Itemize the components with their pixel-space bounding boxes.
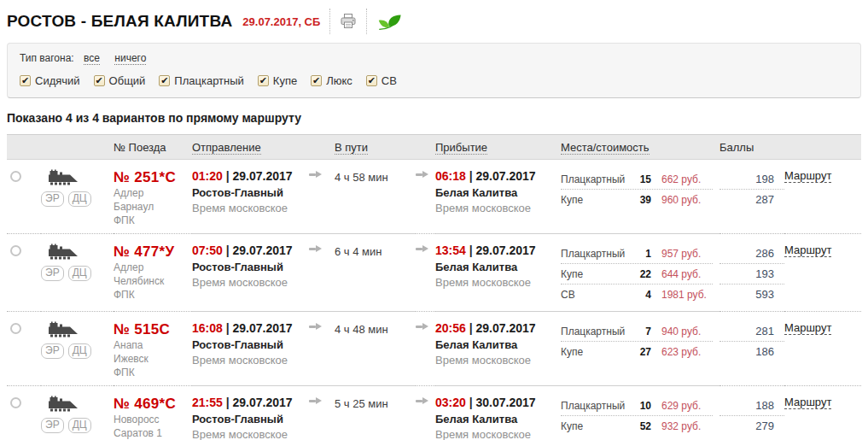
arrow-right-icon <box>416 323 428 331</box>
seat-class-row: Плацкартный 15 662 руб. <box>561 169 713 190</box>
car-type-label: СВ <box>382 74 397 87</box>
train-select-radio[interactable] <box>10 245 21 256</box>
route-origin: Анапа <box>114 338 192 352</box>
seats-list: Плацкартный 7 940 руб. Купе 27 623 руб. <box>561 321 713 362</box>
car-type-filter[interactable]: Купе <box>258 74 297 87</box>
carrier-name: ФПК <box>114 366 192 379</box>
arrival-station: Белая Калитва <box>435 413 561 425</box>
seat-count: 7 <box>626 326 651 337</box>
car-type-filters: Сидячий Общий Плацкартный Купе Люкс СВ <box>20 74 848 87</box>
car-type-filter[interactable]: Люкс <box>311 74 352 87</box>
arrival-station: Белая Калитва <box>435 186 561 199</box>
seat-price: 662 руб. <box>651 173 713 185</box>
arrival-time: 06:18 <box>435 169 476 183</box>
route-origin: Адлер <box>114 261 192 274</box>
carrier-name: ФПК <box>114 288 192 302</box>
select-none-link[interactable]: ничего <box>114 52 146 65</box>
car-type-filter[interactable]: Общий <box>94 74 146 87</box>
car-type-filter[interactable]: Плацкартный <box>159 74 244 87</box>
seat-count: 1 <box>626 248 651 260</box>
column-points: Баллы <box>719 141 754 154</box>
arrival-date: 29.07.2017 <box>476 169 536 183</box>
route-origin: Новоросс <box>114 413 192 426</box>
car-type-label: Сидячий <box>35 74 80 87</box>
select-all-link[interactable]: все <box>84 52 100 65</box>
route-origin: Адлер <box>114 186 192 200</box>
arrival-timezone-note: Время московское <box>435 354 561 367</box>
travel-date-label: 29.07.2017, СБ <box>242 15 320 28</box>
departure-timezone-note: Время московское <box>192 202 309 214</box>
points-value: 186 <box>719 342 784 362</box>
seat-price: 629 руб. <box>651 400 713 412</box>
departure-date: 29.07.2017 <box>233 243 293 257</box>
er-badge: ЭР <box>41 266 64 281</box>
print-button[interactable] <box>340 13 357 30</box>
seats-list: Плацкартный 10 629 руб. Купе 52 932 руб. <box>561 396 713 437</box>
dc-badge: ДЦ <box>68 418 91 433</box>
seat-class-label: СВ <box>561 289 626 301</box>
car-type-filter[interactable]: Сидячий <box>20 74 80 87</box>
route-details-link[interactable]: Маршрут <box>784 396 831 409</box>
points-value: 198 <box>719 169 784 190</box>
departure-time: 21:55 <box>192 396 233 409</box>
points-value: 593 <box>719 285 784 305</box>
divider <box>329 9 330 34</box>
seat-class-row: Купе 52 932 руб. <box>561 416 713 437</box>
arrival-time: 03:20 <box>435 396 476 409</box>
car-type-label: Люкс <box>326 74 352 87</box>
train-select-radio[interactable] <box>10 397 21 408</box>
column-train-number: № Поезда <box>114 141 166 154</box>
search-results-page: РОСТОВ - БЕЛАЯ КАЛИТВА 29.07.2017, СБ <box>0 0 868 440</box>
checkbox-icon[interactable] <box>366 75 377 86</box>
checkbox-icon[interactable] <box>311 75 322 86</box>
seat-class-row: Купе 22 644 руб. <box>561 264 713 285</box>
checkbox-icon[interactable] <box>159 75 170 86</box>
departure-timezone-note: Время московское <box>192 354 309 367</box>
route-details-link[interactable]: Маршрут <box>784 243 831 257</box>
car-type-label: Плацкартный <box>174 74 244 87</box>
column-arrival[interactable]: Прибытие <box>435 141 487 155</box>
seat-class-label: Купе <box>561 420 626 432</box>
divider <box>366 9 367 34</box>
arrival-date: 30.07.2017 <box>476 396 536 409</box>
seat-price: 623 руб. <box>651 346 713 358</box>
dc-badge: ДЦ <box>68 343 91 359</box>
seat-count: 4 <box>626 289 651 301</box>
points-list: 198 287 <box>719 169 784 210</box>
seat-count: 15 <box>626 173 651 185</box>
er-badge: ЭР <box>41 191 64 207</box>
train-row: ЭР ДЦ № 477*У Адлер Челябинск ФПК 07:502… <box>7 233 861 311</box>
car-type-filter[interactable]: СВ <box>366 74 397 87</box>
points-value: 287 <box>719 190 784 210</box>
checkbox-icon[interactable] <box>94 75 105 86</box>
seat-price: 932 руб. <box>651 420 713 432</box>
train-number: № 469*С <box>114 396 192 413</box>
train-icon <box>46 169 80 186</box>
arrival-time: 20:56 <box>435 321 476 335</box>
seats-list: Плацкартный 15 662 руб. Купе 39 960 руб. <box>561 169 713 210</box>
train-select-radio[interactable] <box>10 171 21 182</box>
arrow-right-icon <box>309 397 322 405</box>
er-badge: ЭР <box>41 418 64 433</box>
departure-date: 29.07.2017 <box>233 321 293 335</box>
route-destination: Ижевск <box>114 352 192 366</box>
arrow-right-icon <box>309 245 322 253</box>
route-destination: Барнаул <box>114 200 192 214</box>
checkbox-icon[interactable] <box>20 75 31 86</box>
seat-class-label: Купе <box>561 194 626 206</box>
route-details-link[interactable]: Маршрут <box>784 321 831 335</box>
checkbox-icon[interactable] <box>258 75 269 86</box>
route-details-link[interactable]: Маршрут <box>784 169 831 183</box>
train-row: ЭР ДЦ № 515С Анапа Ижевск ФПК 16:0829.07… <box>7 311 861 385</box>
train-select-radio[interactable] <box>10 323 21 334</box>
seat-count: 10 <box>626 400 651 412</box>
column-departure[interactable]: Отправление <box>192 141 261 155</box>
train-number: № 477*У <box>114 243 192 261</box>
departure-date: 29.07.2017 <box>233 396 293 409</box>
eco-button[interactable] <box>376 13 402 31</box>
train-row: ЭР ДЦ № 469*С Новоросс Саратов 1 ФПК 21:… <box>7 385 861 440</box>
column-duration[interactable]: В пути <box>335 141 368 155</box>
seat-class-row: Купе 27 623 руб. <box>561 342 713 362</box>
seat-count: 22 <box>626 268 651 280</box>
column-seats[interactable]: Места/стоимость <box>561 141 650 155</box>
